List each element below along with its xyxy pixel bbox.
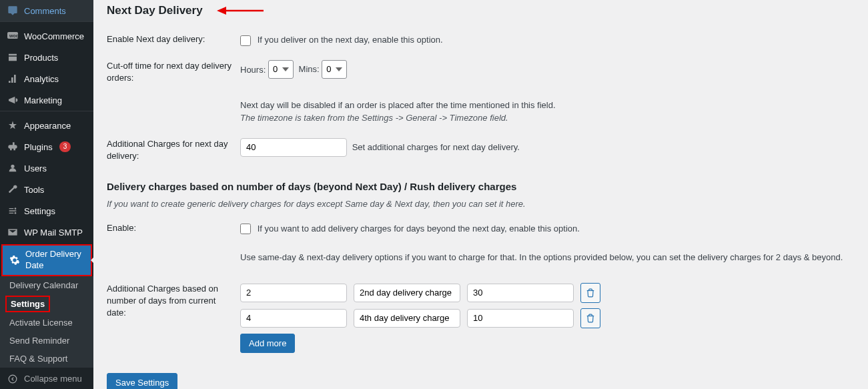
marketing-icon (7, 94, 19, 106)
rush-enable-desc: If you want to add delivery charges for … (258, 224, 580, 234)
sidebar-item-comments[interactable]: Comments (0, 0, 93, 21)
svg-point-4 (9, 375, 17, 383)
sidebar-submenu: Delivery Calendar Settings Activate Lice… (0, 276, 93, 368)
charges-label-input[interactable] (354, 309, 460, 328)
rush-enable-label: Enable: (107, 222, 240, 234)
add-more-button[interactable]: Add more (240, 334, 295, 353)
rush-section-title: Delivery charges based on number of days… (107, 181, 855, 192)
rush-enable-checkbox[interactable] (240, 224, 251, 234)
users-icon (7, 162, 19, 174)
sidebar-item-appearance[interactable]: Appearance (0, 115, 93, 136)
svg-text:woo: woo (9, 33, 18, 38)
highlight-box-settings: Settings (5, 296, 50, 312)
charges-row (240, 283, 855, 303)
svg-point-3 (15, 212, 17, 214)
sub-delivery-calendar[interactable]: Delivery Calendar (0, 276, 93, 294)
cutoff-note: The timezone is taken from the Settings … (240, 113, 508, 123)
sidebar-item-analytics[interactable]: Analytics (0, 68, 93, 89)
enable-nextday-checkbox[interactable] (240, 35, 251, 46)
sidebar-item-label: Appearance (24, 121, 71, 131)
sidebar-item-label: Products (24, 53, 58, 63)
charges-amount-input[interactable] (467, 309, 574, 328)
rush-section-subtitle: If you want to create generic delivery c… (107, 199, 855, 209)
delete-row-button[interactable] (580, 283, 600, 303)
charges-amount-input[interactable] (467, 284, 574, 302)
sidebar-item-label: Plugins (24, 142, 53, 152)
sidebar-item-tools[interactable]: Tools (0, 179, 93, 200)
svg-marker-6 (217, 7, 226, 15)
charges-days-input[interactable] (240, 309, 347, 328)
charges-row (240, 308, 855, 328)
delete-row-button[interactable] (580, 308, 600, 328)
charges-days-input[interactable] (240, 284, 347, 302)
mins-label: Mins: (299, 64, 320, 74)
plugins-icon (7, 141, 19, 153)
settings-icon (7, 205, 19, 217)
sidebar-item-settings[interactable]: Settings (0, 200, 93, 222)
sidebar-item-marketing[interactable]: Marketing (0, 89, 93, 111)
charges-label-input[interactable] (354, 284, 460, 302)
highlight-box-order-delivery: Order Delivery Date (1, 244, 92, 276)
svg-point-2 (15, 208, 17, 210)
cutoff-label: Cut-off time for next day delivery order… (107, 60, 240, 84)
save-settings-button[interactable]: Save Settings (107, 373, 177, 389)
additional-charges-input[interactable] (240, 138, 347, 157)
sidebar-item-label: Settings (24, 206, 55, 216)
gear-icon (9, 254, 20, 266)
section-title-next-day: Next Day Delivery (107, 4, 203, 17)
comments-icon (7, 5, 19, 17)
cutoff-mins-select[interactable]: 0 (322, 60, 347, 79)
admin-sidebar: Comments woo WooCommerce Products Analyt… (0, 0, 93, 389)
collapse-menu[interactable]: Collapse menu (0, 368, 93, 389)
cutoff-desc: Next day will be disabled if an order is… (240, 99, 855, 112)
tools-icon (7, 183, 19, 196)
sub-send-reminder[interactable]: Send Reminder (0, 332, 93, 350)
sidebar-item-label: Order Delivery Date (25, 249, 85, 272)
sidebar-item-label: Users (24, 163, 47, 173)
trash-icon (586, 314, 595, 323)
trash-icon (586, 288, 595, 298)
additional-charges-label: Additional Charges for next day delivery… (107, 138, 240, 162)
appearance-icon (7, 119, 19, 131)
products-icon (7, 51, 19, 63)
additional-charges-desc: Set additional charges for next day deli… (352, 142, 520, 152)
sidebar-item-label: Marketing (24, 95, 62, 105)
plugins-badge: 3 (59, 141, 71, 152)
hours-label: Hours: (240, 64, 266, 74)
sub-settings[interactable]: Settings (7, 297, 49, 311)
sidebar-item-order-delivery[interactable]: Order Delivery Date (3, 246, 91, 275)
sidebar-item-users[interactable]: Users (0, 157, 93, 179)
sub-faq-support[interactable]: FAQ & Support (0, 350, 93, 368)
sidebar-item-label: Tools (24, 185, 44, 195)
charges-days-label: Additional Charges based on number of da… (107, 283, 240, 320)
sidebar-item-label: WooCommerce (24, 31, 84, 41)
sidebar-item-plugins[interactable]: Plugins 3 (0, 136, 93, 157)
enable-nextday-label: Enable Next day delivery: (107, 33, 240, 45)
analytics-icon (7, 73, 19, 85)
collapse-icon (7, 373, 19, 385)
cutoff-hours-select[interactable]: 0 (268, 60, 294, 79)
enable-nextday-desc: If you deliver on the next day, enable t… (258, 35, 443, 45)
woo-icon: woo (7, 30, 19, 42)
main-content: Next Day Delivery Enable Next day delive… (93, 0, 868, 389)
mail-icon (7, 226, 19, 238)
sidebar-item-wpmail[interactable]: WP Mail SMTP (0, 222, 93, 243)
rush-enable-note: Use same-day & next-day delivery options… (240, 251, 855, 264)
sub-activate-license[interactable]: Activate License (0, 314, 93, 332)
sidebar-item-label: Comments (24, 6, 66, 16)
sidebar-item-label: WP Mail SMTP (24, 228, 83, 238)
sidebar-item-label: Analytics (24, 74, 59, 84)
sidebar-item-products[interactable]: Products (0, 47, 93, 68)
arrow-annotation (217, 5, 264, 19)
sidebar-item-woocommerce[interactable]: woo WooCommerce (0, 25, 93, 47)
